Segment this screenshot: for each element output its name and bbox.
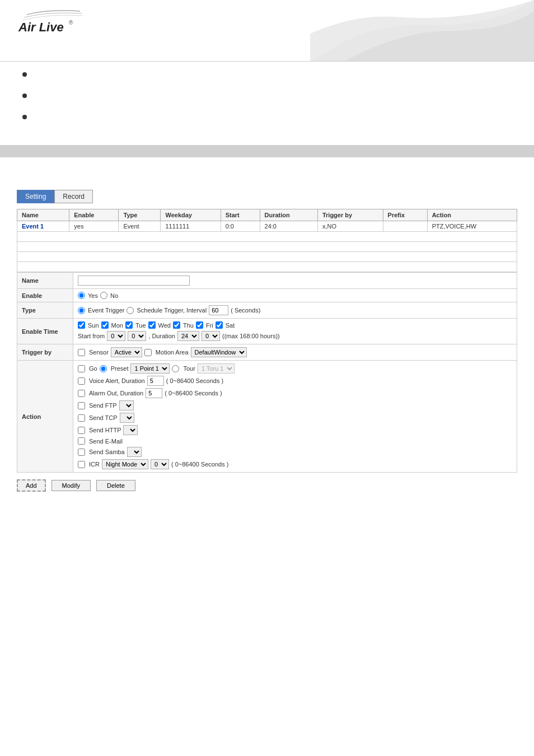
alarm-duration-input[interactable] [146,388,162,398]
go-checkbox[interactable] [78,365,85,372]
action-cell: Go Preset 1 Point 1 Tour 1 Toru 1 Voice … [73,361,517,473]
type-event-label[interactable]: Event Trigger [78,307,124,314]
enable-yes-label[interactable]: Yes [78,292,98,299]
day-tue-check[interactable] [125,321,133,329]
day-wed-label[interactable]: Wed [148,321,171,329]
bullet-text-3 [34,113,35,123]
day-fri-check[interactable] [196,321,203,329]
tour-select[interactable]: 1 Toru 1 [198,363,235,374]
action-icr-row: ICR Night Mode 0 ( 0~86400 Seconds ) [78,459,512,469]
name-label: Name [17,273,73,289]
enable-no-radio[interactable] [100,292,107,299]
preset-select[interactable]: 1 Point 1 [130,363,170,374]
samba-select[interactable] [127,447,142,457]
day-mon-check[interactable] [101,321,109,329]
tcp-select[interactable] [120,413,134,423]
name-input[interactable] [78,276,190,286]
add-button[interactable]: Add [17,479,46,492]
form-row-type: Type Event Trigger Schedule Trigger, Int… [17,302,517,319]
day-thu-check[interactable] [173,321,180,329]
action-alarm-row: Alarm Out, Duration ( 0~86400 Seconds ) [78,388,512,398]
trigger-label: Trigger by [17,344,73,361]
col-name: Name [17,209,69,221]
day-fri-label[interactable]: Fri [196,321,213,329]
motion-area-select[interactable]: DefaultWindow [191,347,247,357]
voice-seconds: ( 0~86400 Seconds ) [166,377,223,384]
alarm-checkbox[interactable] [78,390,85,397]
type-event-radio[interactable] [78,307,85,314]
day-tue-label[interactable]: Tue [125,321,146,329]
modify-button[interactable]: Modify [51,480,91,491]
day-sat-label[interactable]: Sat [216,321,235,329]
row-type: Event [119,221,161,232]
sensor-select[interactable]: Active [111,347,142,357]
type-cell: Event Trigger Schedule Trigger, Interval… [73,302,517,319]
voice-duration-input[interactable] [147,376,164,386]
sensor-label: Sensor [89,349,109,356]
content-area: Setting Record Name Enable Type Weekday … [0,157,534,497]
sensor-checkbox[interactable] [78,349,85,356]
duration-max-text: ((max 168:00 hours)) [222,333,280,339]
type-interval-input[interactable] [209,305,228,315]
col-type: Type [119,209,161,221]
voice-checkbox[interactable] [78,377,85,385]
action-label: Action [17,361,73,473]
ftp-checkbox[interactable] [78,402,85,409]
action-ftp-row: Send FTP [78,400,512,410]
row-trigger: x,NO [317,221,383,232]
enable-yes-text: Yes [88,292,98,299]
voice-label: Voice Alert, Duration [89,377,145,384]
action-http-row: Send HTTP [78,425,512,435]
day-mon-label[interactable]: Mon [101,321,123,329]
motion-area-checkbox[interactable] [144,349,152,356]
enable-no-label[interactable]: No [100,292,118,299]
day-thu-text: Thu [183,322,194,329]
form-row-action: Action Go Preset 1 Point 1 Tour 1 Toru 1 [17,361,517,473]
table-row[interactable]: Event 1 yes Event 1111111 0:0 24:0 x,NO … [17,221,517,232]
icr-value-select[interactable]: 0 [151,459,169,469]
type-interval-unit: ( Seconds) [231,307,260,314]
email-label: Send E-Mail [89,438,123,445]
action-go-row: Go Preset 1 Point 1 Tour 1 Toru 1 [78,363,512,374]
col-prefix: Prefix [383,209,427,221]
preset-label: Preset [111,365,129,372]
enable-yes-radio[interactable] [78,292,85,299]
day-sun-label[interactable]: Sun [78,321,99,329]
col-action: Action [427,209,517,221]
type-schedule-label[interactable]: Schedule Trigger, Interval [127,307,207,314]
day-sun-text: Sun [88,322,99,329]
duration-hour-select[interactable]: 24 [177,331,199,341]
http-checkbox[interactable] [78,427,85,434]
start-hour-select[interactable]: 0 [107,331,125,341]
type-schedule-radio[interactable] [127,307,134,314]
tab-record[interactable]: Record [54,190,93,203]
preset-radio[interactable] [100,365,107,372]
row-start: 0:0 [221,221,260,232]
svg-text:Air Live: Air Live [18,20,64,34]
email-checkbox[interactable] [78,437,85,445]
duration-min-select[interactable]: 0 [202,331,220,341]
http-label: Send HTTP [89,427,121,433]
http-select[interactable] [123,425,138,435]
row-weekday: 1111111 [161,221,221,232]
day-sat-check[interactable] [216,321,223,329]
icr-label: ICR [89,461,100,468]
name-field-cell [73,273,517,289]
day-sun-check[interactable] [78,321,85,329]
tour-radio[interactable] [172,365,179,372]
icr-mode-select[interactable]: Night Mode [102,459,148,469]
type-schedule-text: Schedule Trigger, Interval [137,307,207,314]
delete-button[interactable]: Delete [96,480,135,491]
day-fri-text: Fri [206,322,213,329]
header-decoration [310,0,534,62]
tab-setting[interactable]: Setting [17,190,54,203]
ftp-select[interactable] [119,400,134,410]
samba-checkbox[interactable] [78,449,85,456]
day-wed-check[interactable] [148,321,156,329]
day-thu-label[interactable]: Thu [173,321,194,329]
icr-checkbox[interactable] [78,461,85,468]
start-min-select[interactable]: 0 [128,331,146,341]
col-enable: Enable [69,209,119,221]
tcp-checkbox[interactable] [78,414,85,422]
day-mon-text: Mon [111,322,123,329]
